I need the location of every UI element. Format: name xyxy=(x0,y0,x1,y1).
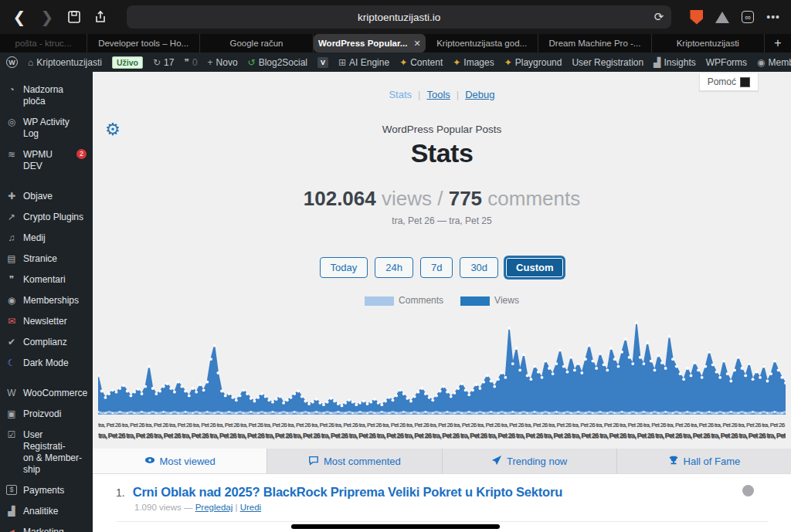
browser-tab-kriptoentuzijasta-god[interactable]: Kriptoentuzijasta god... xyxy=(426,34,538,53)
save-icon[interactable] xyxy=(66,9,82,25)
sidebar-item-label: Memberships xyxy=(23,295,79,307)
adminbar-item-memberships[interactable]: ◉Memberships xyxy=(757,57,791,68)
back-button[interactable]: ❮ xyxy=(11,8,28,26)
sidebar-item-marketing[interactable]: ◄Marketing xyxy=(0,522,93,532)
plugin-name: WordPress Popular Posts xyxy=(93,124,791,135)
legend-item-comments: Comments xyxy=(365,295,443,306)
bar-chart-icon: ▟ xyxy=(6,506,17,517)
adminbar-item-wordpress-logo[interactable]: W xyxy=(6,56,18,68)
sidebar-item-newsletter[interactable]: ✉Newsletter xyxy=(0,311,93,332)
scroll-indicator-dot[interactable] xyxy=(742,485,754,496)
browser-tab-wordpress-popular[interactable]: WordPress Popular...✕ xyxy=(314,34,426,53)
preview-link[interactable]: Pregledaj xyxy=(195,503,233,512)
magic-wand-icon: ✦ xyxy=(453,57,460,68)
range-button-custom[interactable]: Custom xyxy=(505,257,564,278)
sidebar-item-komentari[interactable]: ❞Komentari xyxy=(0,269,93,290)
sidebar-item-dark-mode[interactable]: ☾Dark Mode xyxy=(0,353,93,374)
help-tab[interactable]: Pomoć xyxy=(699,73,759,91)
views-comments-chart[interactable] xyxy=(98,317,786,417)
home-indicator[interactable] xyxy=(291,524,500,529)
sidebar-item-wp-activity-log[interactable]: ◎WP Activity Log xyxy=(0,112,93,144)
tab-most-commented[interactable]: Most commented xyxy=(267,449,442,473)
range-button-7d[interactable]: 7d xyxy=(420,257,453,278)
adminbar-item-ai-engine[interactable]: ⊞AI Engine xyxy=(338,57,389,68)
cursor-artifact-icon xyxy=(740,77,750,87)
tab-most-viewed[interactable]: Most viewed xyxy=(93,449,267,473)
sidebar-item-label: Stranice xyxy=(23,253,57,265)
blog2social-icon: ↺ xyxy=(248,57,256,68)
share-icon[interactable] xyxy=(93,9,108,25)
nav-link-stats[interactable]: Stats xyxy=(389,89,412,100)
browser-tab-dream-machine-pro[interactable]: Dream Machine Pro -... xyxy=(538,34,651,53)
sidebar-item-user-registrati-on-member-ship[interactable]: ☑User Registrati-on & Member-ship xyxy=(0,425,93,480)
pages-icon: ▤ xyxy=(6,253,17,264)
url-bar[interactable]: kriptoentuzijasti.io ⟳ xyxy=(127,5,671,29)
box-icon: ▣ xyxy=(6,408,17,419)
range-button-today[interactable]: Today xyxy=(320,257,368,278)
sidebar-item-label: Proizvodi xyxy=(23,408,61,420)
new-tab-button[interactable]: + xyxy=(765,36,791,50)
plus-icon: + xyxy=(208,57,213,68)
ai-engine-icon: ⊞ xyxy=(338,57,346,68)
nav-link-debug[interactable]: Debug xyxy=(465,89,494,100)
adminbar-item-ai-playground[interactable]: ✦Playground xyxy=(504,57,562,68)
envelope-icon: ✉ xyxy=(6,316,17,327)
post-title-link[interactable]: Crni Oblak nad 2025? BlackRock Priprema … xyxy=(133,485,562,500)
adminbar-item-blog2social[interactable]: ↺Blog2Social xyxy=(248,57,307,68)
sidebar-item-nadzorna-plo-a[interactable]: ◔Nadzorna ploča xyxy=(0,80,93,112)
sidebar-item-complianz[interactable]: ✔Complianz xyxy=(0,332,93,353)
edit-link[interactable]: Uredi xyxy=(240,503,261,512)
moon-icon: ☾ xyxy=(6,357,17,368)
sidebar-item-label: Crypto Plugins xyxy=(23,212,83,223)
adminbar-item-wpforms[interactable]: WPForms xyxy=(706,57,747,68)
browser-tab-po-ta-ktruc[interactable]: pošta - ktruc... xyxy=(0,34,87,53)
adminbar-item-live-badge[interactable]: Uživo xyxy=(112,56,143,69)
home-icon: ⌂ xyxy=(28,57,33,68)
sidebar-item-medij[interactable]: ♫Medij xyxy=(0,228,93,249)
sidebar-item-label: Objave xyxy=(23,191,53,202)
adminbar-item-ai-content[interactable]: ✦Content xyxy=(399,57,443,68)
nav-link-tools[interactable]: Tools xyxy=(426,89,450,100)
sidebar-item-analitike[interactable]: ▟Analitike xyxy=(0,501,93,522)
wordpress-logo-icon: W xyxy=(6,56,18,68)
sidebar-item-proizvodi[interactable]: ▣Proizvodi xyxy=(0,404,93,425)
sidebar-item-memberships[interactable]: ◉Memberships xyxy=(0,290,93,311)
stats-chart[interactable]: tra, Pet 26 tra, Pet 26 tra, Pet 26 tra,… xyxy=(98,317,786,442)
settings-gear-icon[interactable]: ⚙ xyxy=(105,120,121,140)
sidebar-item-crypto-plugins[interactable]: ↗Crypto Plugins xyxy=(0,207,93,228)
wpp-nav: Stats|Tools|Debug xyxy=(93,72,791,100)
range-button-24h[interactable]: 24h xyxy=(375,257,413,278)
more-menu-icon[interactable]: ••• xyxy=(766,11,780,23)
sidebar-item-wpmu-dev[interactable]: ≋WPMU DEV2 xyxy=(0,144,93,177)
adminbar-item-user-registration[interactable]: User Registration xyxy=(572,57,643,68)
media-icon: ♫ xyxy=(6,232,17,243)
people-icon: ◉ xyxy=(757,57,765,68)
tab-hall-of-fame[interactable]: Hall of Fame xyxy=(617,449,791,473)
range-button-30d[interactable]: 30d xyxy=(460,257,498,278)
checkmark-icon: ✔ xyxy=(6,337,17,347)
adminbar-item-comments[interactable]: ❞0 xyxy=(184,57,197,68)
sidebar-item-stranice[interactable]: ▤Stranice xyxy=(0,249,93,269)
browser-tab-developer-tools-ho[interactable]: Developer tools – Ho... xyxy=(87,34,200,53)
close-tab-icon[interactable]: ✕ xyxy=(413,39,420,49)
tab-trending-now[interactable]: Trending now xyxy=(443,449,617,473)
stats-summary: 102.064 views / 775 comments xyxy=(93,187,791,211)
adminbar-item-v-app[interactable]: V xyxy=(317,57,328,68)
adminbar-item-ai-images[interactable]: ✦Images xyxy=(453,57,494,68)
reload-icon[interactable]: ⟳ xyxy=(654,10,664,24)
adminbar-item-insights[interactable]: ▟Insights xyxy=(654,57,696,68)
sidebar-item-woocommerce[interactable]: WWooCommerce xyxy=(0,383,93,404)
comment-icon: ❞ xyxy=(6,274,17,285)
triangle-icon[interactable] xyxy=(715,12,729,23)
browser-tab-kriptoentuzijasti[interactable]: Kriptoentuzijasti xyxy=(652,34,765,53)
brave-shield-icon[interactable] xyxy=(690,10,703,25)
sidebar-item-objave[interactable]: ✚Objave xyxy=(0,186,93,207)
adminbar-item-new-content[interactable]: +Novo xyxy=(208,57,238,68)
adminbar-item-site-name[interactable]: ⌂Kriptoentuzijasti xyxy=(28,57,102,68)
browser-tab-google-ra-un[interactable]: Google račun xyxy=(200,34,313,53)
sidebar-separator xyxy=(0,374,93,383)
infinity-icon[interactable]: ∞ xyxy=(742,11,754,23)
sidebar-item-payments[interactable]: $Payments xyxy=(0,480,93,501)
forward-button[interactable]: ❯ xyxy=(39,8,56,26)
adminbar-item-updates[interactable]: ↻17 xyxy=(153,57,174,68)
